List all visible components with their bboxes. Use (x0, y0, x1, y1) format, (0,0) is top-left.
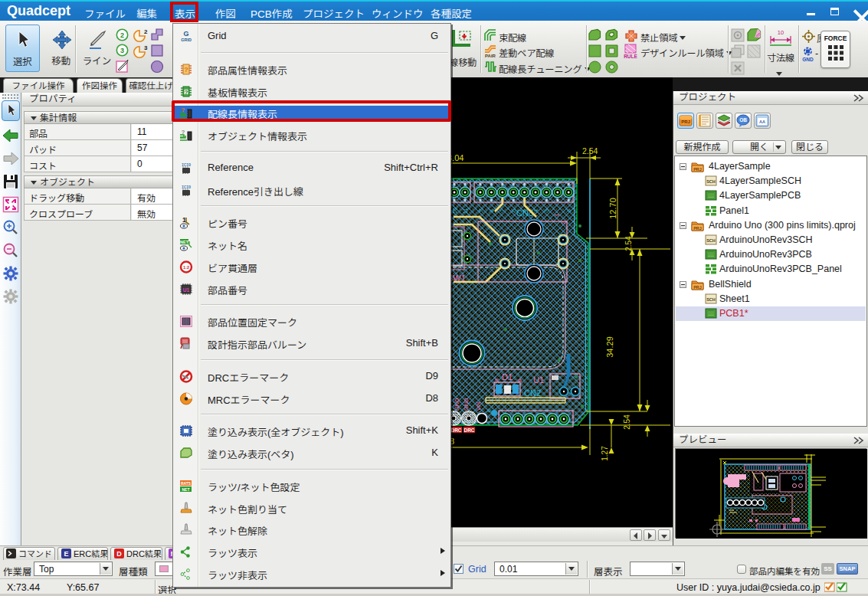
svg-text:SCH: SCH (706, 296, 716, 301)
svg-text:PRJ: PRJ (693, 284, 702, 289)
svg-text:2.54: 2.54 (582, 146, 598, 156)
svg-text:D: D (116, 550, 122, 558)
svg-text:AA: AA (759, 120, 765, 124)
svg-text:PRJ: PRJ (693, 167, 702, 172)
svg-text:10: 10 (778, 29, 784, 36)
svg-text:DRC: DRC (463, 427, 474, 433)
svg-text:DRC: DRC (450, 427, 461, 433)
svg-text:NET: NET (180, 240, 189, 244)
svg-text:GND: GND (454, 398, 460, 411)
svg-text:GND: GND (463, 398, 470, 411)
svg-text:1.27: 1.27 (601, 446, 609, 461)
svg-text:2: 2 (144, 29, 148, 35)
svg-text:7: 7 (500, 209, 505, 212)
svg-text:12.70: 12.70 (608, 198, 617, 219)
svg-text:NET: NET (182, 486, 190, 491)
svg-text:1: 1 (553, 213, 560, 217)
svg-text:?: ? (185, 89, 188, 96)
svg-text:GRID: GRID (181, 38, 192, 42)
svg-text:2.54: 2.54 (624, 236, 633, 251)
svg-text:?: ? (184, 66, 188, 74)
svg-text:11: 11 (463, 208, 468, 214)
svg-text:10: 10 (452, 208, 457, 214)
svg-text:SCH: SCH (706, 238, 716, 243)
svg-text:OB: OB (739, 117, 747, 123)
svg-text:3: 3 (144, 45, 148, 51)
svg-text:34.29: 34.29 (605, 336, 614, 358)
svg-text:D1: D1 (502, 372, 513, 382)
svg-text:8: 8 (566, 209, 572, 212)
svg-text:2: 2 (120, 31, 124, 39)
svg-text:CN2: CN2 (524, 388, 541, 398)
svg-text:2.54: 2.54 (623, 414, 631, 430)
svg-text:6: 6 (511, 209, 516, 212)
svg-text:VIN: VIN (476, 402, 481, 411)
svg-text:8: 8 (489, 209, 494, 212)
svg-text:U1: U1 (183, 287, 190, 292)
svg-text:E: E (64, 550, 68, 558)
svg-text:8: 8 (486, 409, 492, 412)
svg-text:K: K (495, 377, 500, 384)
svg-text:1:2: 1:2 (183, 265, 189, 270)
svg-text:PRJ: PRJ (693, 225, 702, 230)
svg-text:4: 4 (533, 209, 539, 212)
svg-text:U1: U1 (533, 375, 544, 385)
svg-text:3: 3 (544, 209, 549, 212)
svg-text:GND: GND (802, 57, 814, 62)
svg-text:PAIR: PAIR (485, 54, 496, 58)
svg-text:G: G (183, 30, 188, 38)
svg-text:3: 3 (120, 47, 124, 54)
svg-text:PRJ: PRJ (681, 120, 690, 124)
svg-text:CN3: CN3 (516, 208, 533, 218)
svg-text:SCH: SCH (706, 179, 716, 184)
svg-text:9: 9 (478, 209, 483, 212)
svg-text:RATS: RATS (181, 480, 192, 485)
svg-text:RULE: RULE (624, 54, 637, 59)
